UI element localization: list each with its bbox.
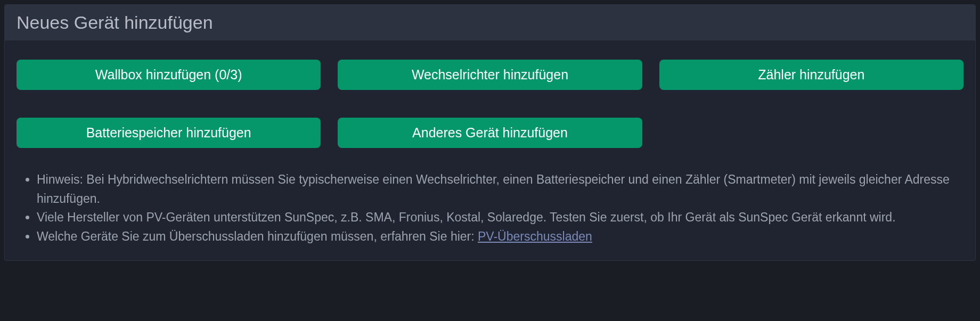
hint-text: Welche Geräte Sie zum Überschussladen hi… xyxy=(37,229,478,243)
button-grid: Wallbox hinzufügen (0/3) Wechselrichter … xyxy=(17,60,963,148)
panel-body: Wallbox hinzufügen (0/3) Wechselrichter … xyxy=(5,40,975,260)
hint-item: Welche Geräte Sie zum Überschussladen hi… xyxy=(37,227,958,246)
hint-item: Hinweis: Bei Hybridwechselrichtern müsse… xyxy=(37,170,958,208)
add-device-panel: Neues Gerät hinzufügen Wallbox hinzufüge… xyxy=(4,4,976,261)
add-battery-button[interactable]: Batteriespeicher hinzufügen xyxy=(17,118,321,148)
page-title: Neues Gerät hinzufügen xyxy=(17,12,963,33)
pv-surplus-link[interactable]: PV-Überschussladen xyxy=(478,229,592,243)
add-meter-button[interactable]: Zähler hinzufügen xyxy=(659,60,963,90)
panel-header: Neues Gerät hinzufügen xyxy=(5,5,975,40)
add-wallbox-button[interactable]: Wallbox hinzufügen (0/3) xyxy=(17,60,321,90)
hints-list: Hinweis: Bei Hybridwechselrichtern müsse… xyxy=(17,170,963,246)
hint-item: Viele Hersteller von PV-Geräten unterstü… xyxy=(37,208,958,227)
add-other-device-button[interactable]: Anderes Gerät hinzufügen xyxy=(338,118,642,148)
add-inverter-button[interactable]: Wechselrichter hinzufügen xyxy=(338,60,642,90)
